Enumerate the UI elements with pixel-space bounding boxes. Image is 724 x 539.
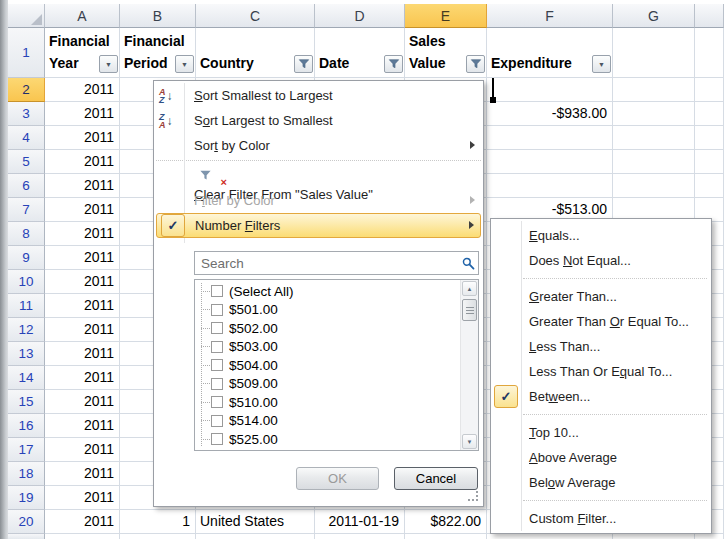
cell-expenditure[interactable]: -$938.00 (487, 102, 613, 126)
column-header[interactable]: D (315, 4, 405, 28)
value-checkbox[interactable] (211, 415, 223, 427)
cell-country[interactable]: United States (196, 510, 315, 534)
list-scrollbar[interactable]: ▲ ▼ (460, 280, 478, 450)
cell-financial-year[interactable]: 2011 (45, 390, 120, 414)
cell-financial-year[interactable]: 2011 (45, 102, 120, 126)
field-header-country[interactable]: Country (196, 28, 315, 78)
row-header[interactable]: 9 (8, 246, 45, 270)
field-header-expenditure[interactable]: Expenditure ▼ (487, 28, 613, 78)
cell-financial-year[interactable]: 2011 (45, 462, 120, 486)
value-checkbox[interactable] (211, 341, 223, 353)
field-header-sales-value[interactable]: Sales Value (405, 28, 487, 78)
value-checkbox-item[interactable]: $525.00 (195, 430, 460, 449)
row-header[interactable]: 10 (8, 270, 45, 294)
sort-by-color-item[interactable]: Sort by Color (154, 133, 483, 158)
row-header[interactable]: 4 (8, 126, 45, 150)
filter-dropdown-button-financial-period[interactable]: ▼ (175, 55, 194, 73)
cell-g[interactable] (613, 174, 695, 198)
cell-expenditure[interactable] (487, 150, 613, 174)
number-filters-item[interactable]: Number Filters (156, 213, 481, 238)
column-header[interactable]: F (487, 4, 613, 28)
cell-financial-year[interactable]: 2011 (45, 438, 120, 462)
row-header[interactable]: 8 (8, 222, 45, 246)
scroll-up-button[interactable]: ▲ (462, 281, 477, 296)
value-checkbox-item[interactable] (195, 449, 460, 452)
row-header[interactable]: 18 (8, 462, 45, 486)
below-average-item[interactable]: Below Average (491, 470, 711, 495)
value-checkbox-item[interactable]: $510.00 (195, 393, 460, 412)
filter-applied-button-country[interactable] (294, 55, 313, 73)
value-checkbox[interactable] (211, 322, 223, 334)
row-header-1[interactable]: 1 (8, 28, 45, 78)
value-checkbox-item[interactable]: $514.00 (195, 412, 460, 431)
cell-g[interactable] (613, 78, 695, 102)
row-header[interactable]: 14 (8, 366, 45, 390)
cell-financial-year[interactable]: 2011 (45, 174, 120, 198)
cell-financial-year[interactable]: 2011 (45, 510, 120, 534)
value-checkbox-item[interactable]: $509.00 (195, 375, 460, 394)
search-input[interactable] (195, 256, 458, 271)
row-header[interactable]: 15 (8, 390, 45, 414)
value-checkbox-item[interactable]: $502.00 (195, 319, 460, 338)
scroll-thumb[interactable] (462, 299, 477, 321)
custom-filter-item[interactable]: Custom Filter... (491, 506, 711, 531)
row-header[interactable]: 17 (8, 438, 45, 462)
cell-sales-value[interactable]: $822.00 (405, 510, 487, 534)
select-all-corner[interactable] (8, 4, 45, 28)
row-header[interactable]: 6 (8, 174, 45, 198)
column-header[interactable]: E (405, 4, 487, 28)
fill-handle[interactable] (490, 97, 496, 103)
cell-g[interactable] (613, 126, 695, 150)
above-average-item[interactable]: Above Average (491, 445, 711, 470)
cell-financial-year[interactable]: 2011 (45, 126, 120, 150)
cell-expenditure[interactable] (487, 126, 613, 150)
row-header[interactable]: 16 (8, 414, 45, 438)
does-not-equal-item[interactable]: Does Not Equal... (491, 248, 711, 273)
cell-financial-year[interactable]: 2011 (45, 78, 120, 102)
between-item[interactable]: Between... (491, 384, 711, 409)
row-header[interactable]: 12 (8, 318, 45, 342)
value-checkbox[interactable] (211, 433, 223, 445)
field-header-date[interactable]: Date (315, 28, 405, 78)
less-than-or-equal-item[interactable]: Less Than Or Equal To... (491, 359, 711, 384)
cell-expenditure[interactable] (487, 174, 613, 198)
filter-applied-button-date[interactable] (384, 55, 403, 73)
cell-financial-year[interactable]: 2011 (45, 366, 120, 390)
column-header[interactable]: B (120, 4, 196, 28)
cell-financial-year[interactable]: 2011 (45, 318, 120, 342)
cell-financial-year[interactable]: 2011 (45, 198, 120, 222)
row-header[interactable]: 13 (8, 342, 45, 366)
search-icon[interactable] (458, 257, 478, 270)
sort-largest-to-smallest-item[interactable]: Sort Largest to Smallest (154, 108, 483, 133)
value-checkbox-item[interactable]: $504.00 (195, 356, 460, 375)
resize-grip[interactable] (465, 490, 478, 501)
row-header[interactable]: 20 (8, 510, 45, 534)
cell-date[interactable]: 2011-01-19 (315, 510, 405, 534)
cell-financial-year[interactable]: 2011 (45, 270, 120, 294)
greater-than-item[interactable]: Greater Than... (491, 284, 711, 309)
cell-g[interactable] (613, 150, 695, 174)
less-than-item[interactable]: Less Than... (491, 334, 711, 359)
cancel-button[interactable]: Cancel (394, 467, 478, 490)
column-header[interactable]: C (196, 4, 315, 28)
value-checkbox-item[interactable]: $503.00 (195, 338, 460, 357)
cell-financial-year[interactable]: 2011 (45, 486, 120, 510)
cell-financial-year[interactable]: 2011 (45, 294, 120, 318)
scroll-down-button[interactable]: ▼ (462, 434, 477, 449)
cell-g1[interactable] (613, 28, 695, 78)
row-header[interactable]: 19 (8, 486, 45, 510)
value-checkbox[interactable] (211, 359, 223, 371)
value-checkbox[interactable] (211, 304, 223, 316)
value-checkbox[interactable] (211, 396, 223, 408)
column-header[interactable]: G (613, 4, 695, 28)
filter-dropdown-button-financial-year[interactable]: ▼ (99, 55, 118, 73)
cell-expenditure[interactable] (487, 78, 613, 102)
filter-dropdown-button-expenditure[interactable]: ▼ (592, 55, 611, 73)
cell-financial-year[interactable]: 2011 (45, 414, 120, 438)
cell-financial-year[interactable]: 2011 (45, 150, 120, 174)
cell-financial-year[interactable]: 2011 (45, 342, 120, 366)
cell-financial-period[interactable]: 1 (120, 510, 196, 534)
greater-than-or-equal-item[interactable]: Greater Than Or Equal To... (491, 309, 711, 334)
row-header[interactable]: 3 (8, 102, 45, 126)
row-header[interactable]: 5 (8, 150, 45, 174)
